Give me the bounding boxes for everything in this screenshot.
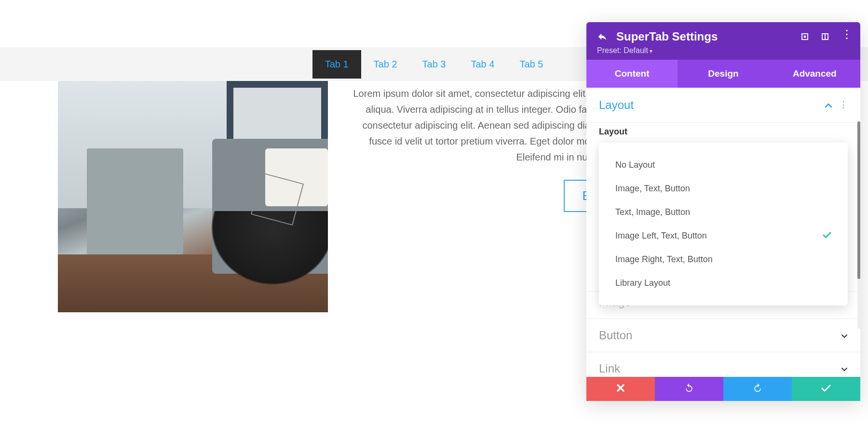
check-icon [821,383,831,395]
panel-tabs: Content Design Advanced [586,60,860,88]
panel-body: Layout ⋮ Layout No Layout Image, Text, B… [586,88,860,377]
menu-dots-icon[interactable]: ⋮ [841,32,850,41]
panel-tab-content[interactable]: Content [586,60,678,88]
layout-option-image-right[interactable]: Image Right, Text, Button [603,248,844,271]
section-layout-content: Layout No Layout Image, Text, Button Tex… [586,123,860,291]
layout-option-no-layout[interactable]: No Layout [603,153,844,177]
tab-5[interactable]: Tab 5 [507,50,556,79]
chevron-up-icon [825,100,832,110]
section-layout-title: Layout [599,98,634,112]
layout-field-label: Layout [599,127,848,137]
preset-selector[interactable]: Preset: Default [597,46,850,55]
scrollbar[interactable] [857,121,860,329]
cancel-button[interactable] [586,377,655,401]
section-link-header[interactable]: Link [586,352,860,377]
close-icon [616,383,625,395]
panel-footer [586,377,860,401]
columns-icon[interactable] [821,32,829,41]
layout-option-image-text-button[interactable]: Image, Text, Button [603,177,844,200]
tab-1[interactable]: Tab 1 [312,50,361,79]
panel-tab-advanced[interactable]: Advanced [769,60,860,88]
section-menu-icon[interactable]: ⋮ [839,103,848,106]
tab-4[interactable]: Tab 4 [458,50,507,79]
expand-icon[interactable] [800,32,809,41]
layout-dropdown-menu: No Layout Image, Text, Button Text, Imag… [599,143,848,306]
undo-button[interactable] [655,377,723,401]
layout-option-text-image-button[interactable]: Text, Image, Button [603,200,844,224]
section-link-title: Link [599,362,620,375]
layout-option-image-left[interactable]: Image Left, Text, Button [603,224,844,248]
chevron-down-icon [841,331,848,341]
save-button[interactable] [792,377,860,401]
content-image [58,81,328,312]
undo-icon [684,383,694,395]
panel-title: SuperTab Settings [616,30,792,43]
section-layout-header[interactable]: Layout ⋮ [586,88,860,123]
back-icon[interactable] [597,31,608,42]
chevron-down-icon [841,364,848,374]
panel-header: SuperTab Settings ⋮ Preset: Default [586,22,860,60]
svg-point-1 [804,36,806,38]
section-button-header[interactable]: Button [586,319,860,352]
tab-3[interactable]: Tab 3 [410,50,459,79]
tab-2[interactable]: Tab 2 [361,50,410,79]
layout-dropdown[interactable]: No Layout Image, Text, Button Text, Imag… [599,143,848,280]
section-button-title: Button [599,329,632,342]
check-icon [823,231,831,241]
panel-tab-design[interactable]: Design [678,60,769,88]
settings-panel: SuperTab Settings ⋮ Preset: Default Cont… [586,22,860,401]
layout-option-library[interactable]: Library Layout [603,271,844,295]
redo-button[interactable] [723,377,792,401]
redo-icon [753,383,762,395]
